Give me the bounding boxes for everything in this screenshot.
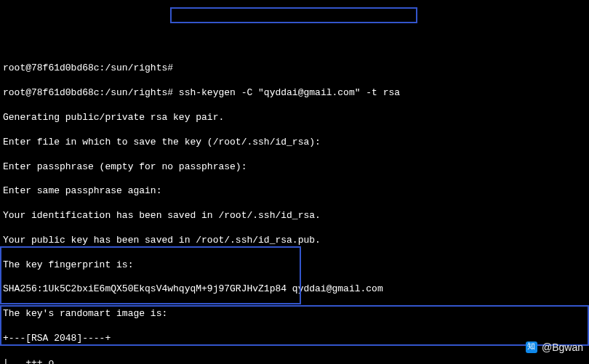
output-line: Your public key has been saved in /root/… <box>3 235 586 247</box>
randomart-line: +---[RSA 2048]----+ <box>3 333 586 345</box>
highlight-box-keygen <box>170 7 417 23</box>
randomart-line: | ..+++.o... <box>3 357 586 364</box>
output-line: Your identification has been saved in /r… <box>3 210 586 222</box>
output-line: Enter passphrase (empty for no passphras… <box>3 161 586 174</box>
output-line: The key fingerprint is: <box>3 259 586 272</box>
output-line: The key's randomart image is: <box>3 308 586 320</box>
output-line: Enter file in which to save the key (/ro… <box>3 137 586 149</box>
command: ssh-keygen -C "qyddai@gmail.com" -t rsa <box>179 87 400 98</box>
watermark: @Bgwan <box>526 341 583 354</box>
prompt-line: root@78f61d0bd68c:/sun/rights# <box>3 62 586 75</box>
prompt: root@78f61d0bd68c:/sun/rights# <box>3 87 179 98</box>
output-fingerprint: SHA256:1Uk5C2bxiE6mQX50EkqsV4whqyqM+9j97… <box>3 283 586 296</box>
cmd-line-keygen: root@78f61d0bd68c:/sun/rights# ssh-keyge… <box>3 87 586 100</box>
output-line: Generating public/private rsa key pair. <box>3 112 586 124</box>
terminal-output: root@78f61d0bd68c:/sun/rights# root@78f6… <box>0 49 589 364</box>
zhihu-icon <box>526 341 537 353</box>
output-line: Enter same passphrase again: <box>3 185 586 198</box>
watermark-text: @Bgwan <box>542 341 583 354</box>
